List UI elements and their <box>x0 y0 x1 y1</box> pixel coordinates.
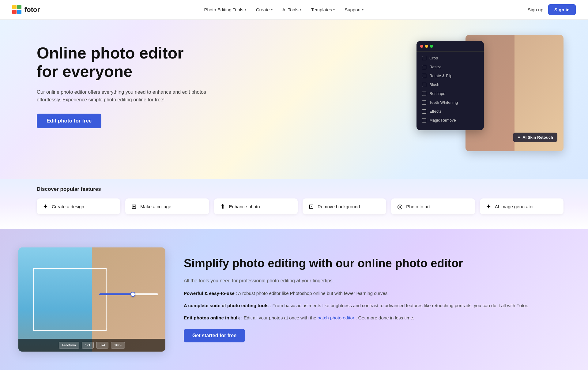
section2-point-1: Powerful & easy-to-use : A robust photo … <box>184 290 564 297</box>
ai-skin-retouch-badge: ✦ AI Skin Retouch <box>513 133 557 142</box>
ai-image-gen-icon: ✦ <box>486 203 491 210</box>
tool-blush[interactable]: Blush <box>417 80 484 89</box>
features-section: Discover popular features ✦ Create a des… <box>0 179 588 229</box>
svg-rect-2 <box>12 10 17 14</box>
tool-crop[interactable]: Crop <box>417 54 484 62</box>
teeth-icon <box>422 100 426 105</box>
chevron-down-icon: ▾ <box>245 8 246 11</box>
make-collage-icon: ⊞ <box>131 203 137 210</box>
feature-photo-to-art[interactable]: ◎ Photo to art <box>391 198 475 214</box>
nav-create[interactable]: Create ▾ <box>256 7 273 12</box>
tool-reshape[interactable]: Reshape <box>417 89 484 98</box>
enhance-photo-icon: ⬆ <box>220 203 225 210</box>
minimize-dot <box>425 45 428 48</box>
hero-title: Online photo editor for everyone <box>37 44 208 81</box>
close-dot <box>420 45 423 48</box>
demo-image: Freeform 1x1 3x4 16x9 <box>18 247 165 352</box>
toolbar-16x9[interactable]: 16x9 <box>111 342 125 349</box>
chevron-down-icon: ▾ <box>300 8 301 11</box>
photo-to-art-icon: ◎ <box>397 203 402 210</box>
chevron-down-icon: ▾ <box>271 8 273 11</box>
rotate-icon <box>422 74 426 78</box>
section2-content: Simplify photo editing with our online p… <box>184 257 564 342</box>
crop-overlay <box>33 268 107 331</box>
logo[interactable]: fotor <box>12 5 40 15</box>
toolbar-freeform[interactable]: Freeform <box>59 342 79 349</box>
features-section-title: Discover popular features <box>37 186 564 192</box>
section2-point-2: A complete suite of photo editing tools … <box>184 302 564 309</box>
maximize-dot <box>430 45 433 48</box>
reshape-icon <box>422 92 426 96</box>
fotor-logo-icon <box>12 5 22 15</box>
nav-support[interactable]: Support ▾ <box>345 7 364 12</box>
window-dots <box>420 45 433 48</box>
feature-make-collage[interactable]: ⊞ Make a collage <box>125 198 209 214</box>
tool-rotate[interactable]: Rotate & Flip <box>417 71 484 80</box>
svg-rect-3 <box>17 10 21 14</box>
crop-icon <box>422 56 426 60</box>
batch-photo-editor-link[interactable]: batch photo editor <box>318 315 354 320</box>
chevron-down-icon: ▾ <box>362 8 364 11</box>
feature-create-design-label: Create a design <box>52 204 84 209</box>
feature-enhance-photo[interactable]: ⬆ Enhance photo <box>214 198 298 214</box>
edit-photo-free-button[interactable]: Edit photo for free <box>37 114 101 128</box>
remove-bg-icon: ⊡ <box>309 203 314 210</box>
navbar: fotor Photo Editing Tools ▾ Create ▾ AI … <box>0 0 588 20</box>
tool-magic-remove[interactable]: Magic Remove <box>417 116 484 125</box>
create-design-icon: ✦ <box>43 203 48 210</box>
tool-effects[interactable]: Effects <box>417 107 484 116</box>
crop-corner-tr <box>104 268 107 271</box>
slider-thumb[interactable] <box>130 292 135 297</box>
nav-links: Photo Editing Tools ▾ Create ▾ AI Tools … <box>204 7 364 12</box>
section2-point-3: Edit photos online in bulk : Edit all yo… <box>184 314 564 322</box>
section2-demo: Freeform 1x1 3x4 16x9 <box>18 247 165 352</box>
feature-remove-bg-label: Remove background <box>318 204 360 209</box>
svg-rect-1 <box>17 5 21 9</box>
blush-icon <box>422 83 426 87</box>
feature-create-design[interactable]: ✦ Create a design <box>37 198 120 214</box>
nav-templates[interactable]: Templates ▾ <box>311 7 335 12</box>
hero-subtitle: Our online photo editor offers everythin… <box>37 88 208 104</box>
nav-photo-editing-tools[interactable]: Photo Editing Tools ▾ <box>204 7 246 12</box>
tool-resize[interactable]: Resize <box>417 62 484 71</box>
demo-toolbar: Freeform 1x1 3x4 16x9 <box>18 339 165 352</box>
chevron-down-icon: ▾ <box>333 8 335 11</box>
toolbar-1x1[interactable]: 1x1 <box>82 342 94 349</box>
hero-left: Online photo editor for everyone Our onl… <box>37 38 208 128</box>
section2: Freeform 1x1 3x4 16x9 Simplify photo edi… <box>0 229 588 370</box>
ai-icon: ✦ <box>517 135 521 140</box>
section2-subtitle: All the tools you need for professional … <box>184 277 564 285</box>
feature-make-collage-label: Make a collage <box>140 204 171 209</box>
logo-text: fotor <box>24 6 40 14</box>
hero-section: Online photo editor for everyone Our onl… <box>0 20 588 179</box>
toolbar-3x4[interactable]: 3x4 <box>96 342 108 349</box>
features-grid: ✦ Create a design ⊞ Make a collage ⬆ Enh… <box>37 198 564 214</box>
crop-corner-bl <box>33 328 36 331</box>
section2-title: Simplify photo editing with our online p… <box>184 257 564 271</box>
demo-adjustment-slider[interactable] <box>99 293 158 295</box>
sign-up-link[interactable]: Sign up <box>528 7 543 12</box>
feature-remove-background[interactable]: ⊡ Remove background <box>303 198 386 214</box>
svg-rect-0 <box>12 5 17 9</box>
nav-actions: Sign up Sign in <box>528 4 576 15</box>
feature-ai-image-gen-label: AI image generator <box>495 204 534 209</box>
magic-remove-icon <box>422 118 426 123</box>
get-started-button[interactable]: Get started for free <box>184 329 245 342</box>
feature-ai-image-generator[interactable]: ✦ AI image generator <box>480 198 564 214</box>
feature-photo-to-art-label: Photo to art <box>406 204 430 209</box>
editor-tools-list: Crop Resize Rotate & Flip Blush Reshape <box>417 52 484 126</box>
feature-enhance-photo-label: Enhance photo <box>229 204 260 209</box>
editor-demo-mockup: Freeform 1x1 3x4 16x9 <box>18 247 165 352</box>
resize-icon <box>422 65 426 69</box>
editor-mockup-panel: Crop Resize Rotate & Flip Blush Reshape <box>417 41 484 130</box>
nav-ai-tools[interactable]: AI Tools ▾ <box>282 7 301 12</box>
sign-in-button[interactable]: Sign in <box>548 4 576 15</box>
crop-corner-tl <box>33 268 36 271</box>
effects-icon <box>422 109 426 114</box>
slider-fill <box>99 293 132 295</box>
tool-teeth[interactable]: Teeth Whitening <box>417 98 484 107</box>
crop-corner-br <box>104 328 107 331</box>
mockup-header <box>417 45 484 52</box>
